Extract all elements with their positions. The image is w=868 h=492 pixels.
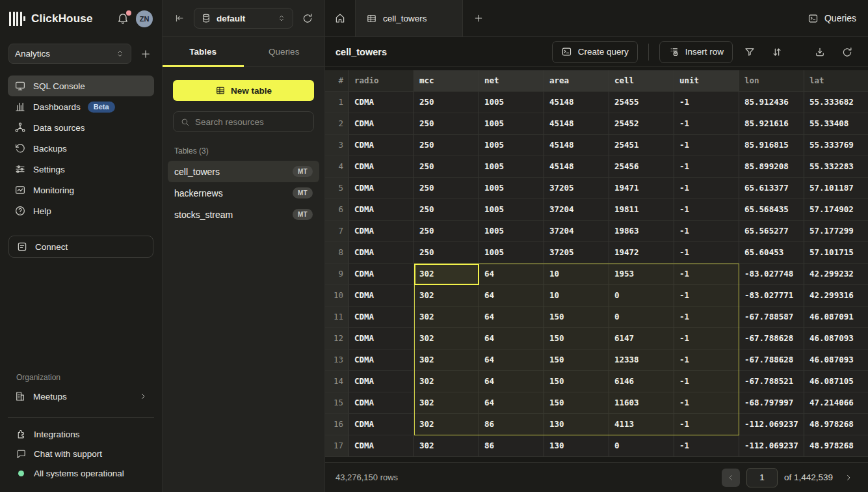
data-cell[interactable]: 250 xyxy=(414,199,479,221)
data-cell[interactable]: 64 xyxy=(479,392,544,414)
data-cell[interactable]: 48.978268 xyxy=(804,435,868,457)
column-header-lon[interactable]: lon xyxy=(739,70,804,92)
data-cell[interactable]: CDMA xyxy=(349,307,414,328)
tab-tables[interactable]: Tables xyxy=(163,37,244,66)
workspace-select[interactable]: Analytics xyxy=(8,44,131,64)
data-cell[interactable]: -83.027748 xyxy=(739,264,804,285)
data-cell[interactable]: 1005 xyxy=(479,113,544,135)
data-cell[interactable]: -1 xyxy=(674,92,739,113)
data-cell[interactable]: -1 xyxy=(674,156,739,178)
data-cell[interactable]: 250 xyxy=(414,113,479,135)
data-cell[interactable]: CDMA xyxy=(349,264,414,285)
data-cell[interactable]: -1 xyxy=(674,414,739,435)
data-cell[interactable]: -112.069237 xyxy=(739,435,804,457)
data-cell[interactable]: -67.788628 xyxy=(739,349,804,371)
data-cell[interactable]: 45148 xyxy=(544,156,609,178)
data-cell[interactable]: 45148 xyxy=(544,135,609,156)
new-table-button[interactable]: New table xyxy=(173,80,314,101)
data-cell[interactable]: 42.299232 xyxy=(804,264,868,285)
data-cell[interactable]: 57.174902 xyxy=(804,199,868,221)
doc-tab-cell-towers[interactable]: cell_towers xyxy=(356,0,463,36)
create-query-button[interactable]: Create query xyxy=(552,41,638,63)
data-cell[interactable]: CDMA xyxy=(349,285,414,307)
data-cell[interactable]: 37204 xyxy=(544,221,609,242)
insert-row-button[interactable]: Insert row xyxy=(659,41,733,63)
data-cell[interactable]: 250 xyxy=(414,221,479,242)
data-cell[interactable]: 65.565277 xyxy=(739,221,804,242)
data-cell[interactable]: CDMA xyxy=(349,414,414,435)
sidebar-item-backups[interactable]: Backups xyxy=(8,138,154,159)
sidebar-item-meetups[interactable]: Meetups xyxy=(8,386,154,407)
data-cell[interactable]: -67.788521 xyxy=(739,371,804,392)
data-cell[interactable]: 55.33408 xyxy=(804,113,868,135)
data-cell[interactable]: 12338 xyxy=(609,349,674,371)
column-header-cell[interactable]: cell xyxy=(609,70,674,92)
collapse-panel-button[interactable] xyxy=(172,10,187,26)
data-cell[interactable]: 0 xyxy=(609,435,674,457)
data-cell[interactable]: CDMA xyxy=(349,392,414,414)
data-cell[interactable]: 64 xyxy=(479,264,544,285)
data-cell[interactable]: 1005 xyxy=(479,242,544,264)
data-cell[interactable]: 302 xyxy=(414,328,479,349)
add-workspace-button[interactable] xyxy=(138,46,153,62)
data-cell[interactable]: 64 xyxy=(479,307,544,328)
data-cell[interactable]: 6146 xyxy=(609,371,674,392)
data-cell[interactable]: 55.333682 xyxy=(804,92,868,113)
data-cell[interactable]: 302 xyxy=(414,414,479,435)
data-cell[interactable]: 250 xyxy=(414,156,479,178)
data-cell[interactable]: 19811 xyxy=(609,199,674,221)
home-tab-button[interactable] xyxy=(325,0,356,36)
data-cell[interactable]: 1005 xyxy=(479,135,544,156)
data-cell[interactable]: CDMA xyxy=(349,242,414,264)
data-cell[interactable]: 65.60453 xyxy=(739,242,804,264)
data-cell[interactable]: CDMA xyxy=(349,135,414,156)
column-header-net[interactable]: net xyxy=(479,70,544,92)
sidebar-item-sql-console[interactable]: SQL Console xyxy=(8,75,154,96)
data-cell[interactable]: 42.299316 xyxy=(804,285,868,307)
prev-page-button[interactable] xyxy=(722,469,740,487)
data-cell[interactable]: 6147 xyxy=(609,328,674,349)
data-cell[interactable]: -1 xyxy=(674,435,739,457)
data-cell[interactable]: -1 xyxy=(674,135,739,156)
data-cell[interactable]: CDMA xyxy=(349,92,414,113)
new-tab-button[interactable] xyxy=(463,0,494,36)
data-cell[interactable]: 19472 xyxy=(609,242,674,264)
download-button[interactable] xyxy=(809,42,830,62)
data-cell[interactable]: 25452 xyxy=(609,113,674,135)
data-cell[interactable]: 130 xyxy=(544,435,609,457)
data-cell[interactable]: -1 xyxy=(674,221,739,242)
data-cell[interactable]: CDMA xyxy=(349,199,414,221)
next-page-button[interactable] xyxy=(839,469,858,487)
connect-button[interactable]: Connect xyxy=(8,236,153,258)
data-cell[interactable]: 85.921616 xyxy=(739,113,804,135)
clickhouse-logo[interactable]: ClickHouse xyxy=(9,12,93,26)
data-cell[interactable]: -112.069237 xyxy=(739,414,804,435)
data-cell[interactable]: 64 xyxy=(479,349,544,371)
list-item-cell-towers[interactable]: cell_towers MT xyxy=(168,161,319,182)
data-cell[interactable]: 46.087093 xyxy=(804,349,868,371)
sidebar-item-help[interactable]: Help xyxy=(8,200,154,221)
data-cell[interactable]: 302 xyxy=(414,435,479,457)
data-cell[interactable]: 302 xyxy=(414,307,479,328)
data-cell[interactable]: -1 xyxy=(674,371,739,392)
data-cell[interactable]: 57.177299 xyxy=(804,221,868,242)
column-header-lat[interactable]: lat xyxy=(804,70,868,92)
data-cell[interactable]: 302 xyxy=(414,392,479,414)
data-cell[interactable]: 64 xyxy=(479,328,544,349)
data-cell[interactable]: 47.214066 xyxy=(804,392,868,414)
data-cell[interactable]: 250 xyxy=(414,178,479,199)
data-cell[interactable]: 85.912436 xyxy=(739,92,804,113)
data-cell[interactable]: 86 xyxy=(479,435,544,457)
data-cell[interactable]: 150 xyxy=(544,392,609,414)
database-select[interactable]: default xyxy=(194,8,293,29)
sidebar-item-data-sources[interactable]: Data sources xyxy=(8,117,154,138)
sidebar-item-settings[interactable]: Settings xyxy=(8,159,154,180)
data-cell[interactable]: 250 xyxy=(414,135,479,156)
data-cell[interactable]: -83.027771 xyxy=(739,285,804,307)
data-cell[interactable]: 46.087091 xyxy=(804,307,868,328)
data-cell[interactable]: 302 xyxy=(414,349,479,371)
data-cell[interactable]: 0 xyxy=(609,285,674,307)
data-cell[interactable]: -1 xyxy=(674,349,739,371)
queries-button[interactable]: Queries xyxy=(796,0,868,36)
sidebar-item-monitoring[interactable]: Monitoring xyxy=(8,180,154,200)
